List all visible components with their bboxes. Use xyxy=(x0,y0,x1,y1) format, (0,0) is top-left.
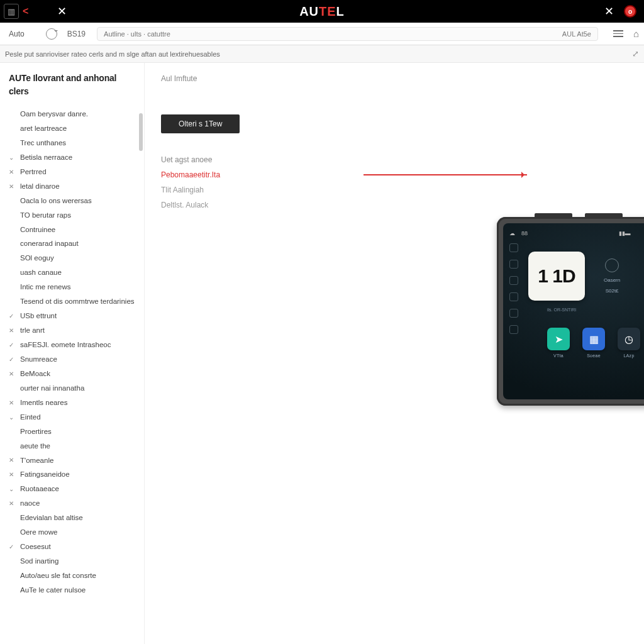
url-bar: Auto BS19 Autline · ults · catuttre AUL … xyxy=(0,23,644,45)
sidebar-item[interactable]: ✓USb ettrunt xyxy=(9,309,138,323)
sidebar-item[interactable]: Contruinee xyxy=(9,223,138,237)
back-icon[interactable]: < xyxy=(23,6,28,17)
sidebar-item[interactable]: Tesend ot dis oommtrwe terdarinies xyxy=(9,294,138,309)
sidebar-item[interactable]: ✕T'omeanle xyxy=(9,453,138,468)
sidebar-item[interactable]: aeute the xyxy=(9,439,138,453)
main-tile: 1 1D xyxy=(528,252,585,301)
close-tab-icon[interactable]: ✕ xyxy=(57,4,67,18)
sidebar-item-label: Intic me renews xyxy=(20,282,71,292)
sidebar-item-label: SOl eoguy xyxy=(20,253,54,263)
sidebar-item[interactable]: Edevialan bat altise xyxy=(9,511,138,525)
hero-row: 1 1D Oasern S02t£ 4 2 Sart auteitt xyxy=(518,238,644,308)
sidebar-item[interactable]: Oacla lo ons werersas xyxy=(9,194,138,208)
sidebar-item[interactable]: ✕trle anrt xyxy=(9,323,138,338)
sidebar-item[interactable]: Oam berysvar danre. xyxy=(9,107,138,121)
sidebar-item[interactable]: ✓Coesesut xyxy=(9,540,138,554)
section-link-3[interactable]: Tlit Aalingiah xyxy=(161,182,628,197)
section-link-4[interactable]: Deltlst. Aulack xyxy=(161,197,628,213)
item-marker-icon: ✕ xyxy=(9,326,16,335)
home-icon[interactable]: ⌂ xyxy=(633,28,639,39)
sidebar-item-label: USb ettrunt xyxy=(20,311,57,321)
app-tile: ◷LAzp xyxy=(615,328,643,358)
sidebar-item-label: Ruotaaeace xyxy=(20,484,59,494)
scrollbar-thumb[interactable] xyxy=(139,113,143,151)
mode-chip[interactable]: Auto xyxy=(5,28,28,40)
sidebar-item[interactable]: Intic me renews xyxy=(9,280,138,294)
tablet-screen: ☁ 88 ▮▮▬ ⚙ ✱ ▧ ⊞ xyxy=(503,223,644,399)
menu-icon[interactable] xyxy=(613,30,623,37)
device-image: ☁ 88 ▮▮▬ ⚙ ✱ ▧ ⊞ xyxy=(497,217,644,406)
layout: AUTe Ilovrant and anhonal clers Oam bery… xyxy=(0,63,644,644)
sidebar-item[interactable]: ✕letal dinaroe xyxy=(9,179,138,194)
sidebar-item[interactable]: TO berutar raps xyxy=(9,208,138,223)
sidebar-item-label: Edevialan bat altise xyxy=(20,513,83,523)
sidebar-item[interactable]: ✕BeMoack xyxy=(9,367,138,381)
sidebar-item[interactable]: ⌄Ruotaaeace xyxy=(9,482,138,496)
sidebar-item-label: TO berutar raps xyxy=(20,211,71,220)
nav-icon xyxy=(509,276,518,285)
item-marker-icon: ✓ xyxy=(9,355,16,364)
breadcrumb: Aul Imftute xyxy=(161,74,628,83)
brand-logo: AUTEL xyxy=(299,4,345,19)
item-marker-icon: ✓ xyxy=(9,543,16,551)
section-links: Uet agst anoee Pebomaaeetitr.Ita Tlit Aa… xyxy=(161,152,628,213)
sidebar-item-label: Oere mowe xyxy=(20,528,57,537)
sidebar-item-label: Contruinee xyxy=(20,225,55,235)
sidebar-item[interactable]: ✕Fatingsaneidoe xyxy=(9,467,138,482)
sidebar-item[interactable]: Sod inarting xyxy=(9,554,138,569)
sidebar-item[interactable]: ✕Pertrred xyxy=(9,165,138,179)
overview-button[interactable]: Olteri s 1Tew xyxy=(161,114,240,133)
brand-part-b: TE xyxy=(319,4,336,18)
app-icon: ➤ xyxy=(547,328,570,350)
sidebar-item-label: T'omeanle xyxy=(20,456,53,465)
nav-icon xyxy=(509,260,518,269)
sidebar-item[interactable]: ✓saFESJl. eomete Intrasheoc xyxy=(9,338,138,352)
item-marker-icon: ⌄ xyxy=(9,153,16,162)
status-mid: ▮▮▬ xyxy=(619,230,631,236)
sidebar-item-label: Oacla lo ons werersas xyxy=(20,196,92,206)
sidebar-item[interactable]: AuTe le cater nulsoe xyxy=(9,583,138,597)
main-content: Aul Imftute Olteri s 1Tew Uet agst anoee… xyxy=(145,63,644,644)
item-marker-icon: ⌄ xyxy=(9,485,16,493)
sub-mid-label: ils. OR-SNTIRI xyxy=(547,308,576,318)
sidebar-item-label: Einted xyxy=(20,413,41,422)
top-bar-left: ▥ < ✕ xyxy=(0,4,67,19)
side-nav xyxy=(509,238,518,394)
app-label: LAzp xyxy=(623,353,634,358)
status-num: 88 xyxy=(521,230,528,236)
sidebar-item[interactable]: Proertires xyxy=(9,425,138,439)
sidebar-item[interactable]: ✕Imentls neares xyxy=(9,396,138,410)
sidebar-item[interactable]: ✕naoce xyxy=(9,496,138,511)
sidebar: AUTe Ilovrant and anhonal clers Oam bery… xyxy=(0,63,145,644)
sidebar-item[interactable]: ⌄Betisla nerraace xyxy=(9,150,138,165)
sidebar-item-label: uash canaue xyxy=(20,268,62,277)
address-input[interactable]: Autline · ults · catuttre AUL At5e xyxy=(97,27,598,41)
sidebar-item[interactable]: Oere mowe xyxy=(9,525,138,540)
address-short: BS19 xyxy=(67,30,86,38)
section-link-1[interactable]: Uet agst anoee xyxy=(161,152,628,167)
sidebar-item-label: ourter nai innanatha xyxy=(20,384,84,393)
sidebar-item-label: aeute the xyxy=(20,441,50,451)
address-input-right: AUL At5e xyxy=(562,30,591,38)
app-icon: ▦ xyxy=(582,328,605,350)
sidebar-item[interactable]: ✓Snumreace xyxy=(9,352,138,367)
close-window-icon[interactable]: ✕ xyxy=(604,4,614,18)
sidebar-item[interactable]: Auto/aeu sle fat consrte xyxy=(9,569,138,583)
sidebar-item[interactable]: uash canaue xyxy=(9,265,138,280)
sidebar-item[interactable]: Trec unthanes xyxy=(9,136,138,150)
app-icon[interactable]: ▥ xyxy=(4,4,19,19)
brand-part-c: L xyxy=(336,4,345,18)
sidebar-item-label: Oam berysvar danre. xyxy=(20,109,88,119)
mid-label-2: S02t£ xyxy=(606,288,619,294)
sidebar-item-label: saFESJl. eomete Intrasheoc xyxy=(20,340,111,350)
expand-icon[interactable]: ⤢ xyxy=(632,49,639,58)
sidebar-item[interactable]: conerarad inapaut xyxy=(9,236,138,251)
sidebar-item[interactable]: ourter nai innanatha xyxy=(9,381,138,396)
sidebar-item[interactable]: ⌄Einted xyxy=(9,410,138,425)
sidebar-item[interactable]: aret leartreace xyxy=(9,121,138,136)
sidebar-item-label: Auto/aeu sle fat consrte xyxy=(20,571,96,580)
sidebar-item-label: Proertires xyxy=(20,427,52,436)
record-icon[interactable]: o xyxy=(624,5,636,18)
reload-icon[interactable] xyxy=(46,28,57,40)
sidebar-item[interactable]: SOl eoguy xyxy=(9,251,138,265)
